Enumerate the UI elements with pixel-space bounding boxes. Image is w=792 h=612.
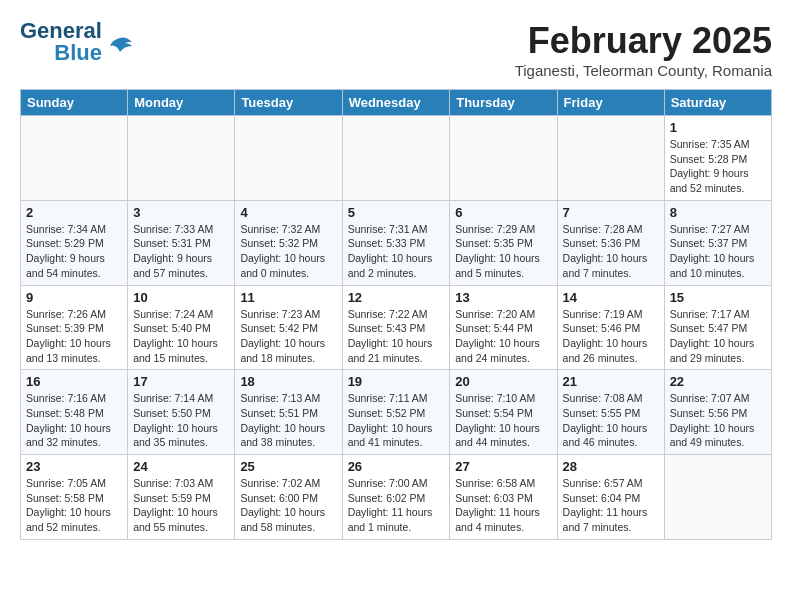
day-info: Sunrise: 6:58 AM Sunset: 6:03 PM Dayligh… [455, 476, 551, 535]
week-row-2: 2Sunrise: 7:34 AM Sunset: 5:29 PM Daylig… [21, 200, 772, 285]
day-info: Sunrise: 7:02 AM Sunset: 6:00 PM Dayligh… [240, 476, 336, 535]
calendar-cell: 9Sunrise: 7:26 AM Sunset: 5:39 PM Daylig… [21, 285, 128, 370]
calendar-cell: 7Sunrise: 7:28 AM Sunset: 5:36 PM Daylig… [557, 200, 664, 285]
weekday-header-monday: Monday [128, 90, 235, 116]
day-number: 6 [455, 205, 551, 220]
calendar-cell: 5Sunrise: 7:31 AM Sunset: 5:33 PM Daylig… [342, 200, 450, 285]
day-info: Sunrise: 7:33 AM Sunset: 5:31 PM Dayligh… [133, 222, 229, 281]
logo-blue: Blue [54, 42, 102, 64]
day-number: 7 [563, 205, 659, 220]
calendar-cell [342, 116, 450, 201]
day-number: 1 [670, 120, 766, 135]
day-info: Sunrise: 7:13 AM Sunset: 5:51 PM Dayligh… [240, 391, 336, 450]
page-header: General Blue February 2025 Tiganesti, Te… [20, 20, 772, 79]
weekday-header-thursday: Thursday [450, 90, 557, 116]
day-info: Sunrise: 7:32 AM Sunset: 5:32 PM Dayligh… [240, 222, 336, 281]
weekday-header-sunday: Sunday [21, 90, 128, 116]
week-row-4: 16Sunrise: 7:16 AM Sunset: 5:48 PM Dayli… [21, 370, 772, 455]
week-row-3: 9Sunrise: 7:26 AM Sunset: 5:39 PM Daylig… [21, 285, 772, 370]
day-number: 28 [563, 459, 659, 474]
calendar-cell: 28Sunrise: 6:57 AM Sunset: 6:04 PM Dayli… [557, 455, 664, 540]
calendar-cell: 16Sunrise: 7:16 AM Sunset: 5:48 PM Dayli… [21, 370, 128, 455]
calendar-cell: 1Sunrise: 7:35 AM Sunset: 5:28 PM Daylig… [664, 116, 771, 201]
calendar-cell: 12Sunrise: 7:22 AM Sunset: 5:43 PM Dayli… [342, 285, 450, 370]
day-info: Sunrise: 7:31 AM Sunset: 5:33 PM Dayligh… [348, 222, 445, 281]
day-number: 5 [348, 205, 445, 220]
calendar-cell [235, 116, 342, 201]
day-number: 20 [455, 374, 551, 389]
day-info: Sunrise: 7:26 AM Sunset: 5:39 PM Dayligh… [26, 307, 122, 366]
day-info: Sunrise: 7:19 AM Sunset: 5:46 PM Dayligh… [563, 307, 659, 366]
weekday-header-friday: Friday [557, 90, 664, 116]
day-info: Sunrise: 7:34 AM Sunset: 5:29 PM Dayligh… [26, 222, 122, 281]
calendar-cell: 26Sunrise: 7:00 AM Sunset: 6:02 PM Dayli… [342, 455, 450, 540]
day-number: 4 [240, 205, 336, 220]
day-info: Sunrise: 7:23 AM Sunset: 5:42 PM Dayligh… [240, 307, 336, 366]
calendar-cell: 4Sunrise: 7:32 AM Sunset: 5:32 PM Daylig… [235, 200, 342, 285]
calendar-cell: 15Sunrise: 7:17 AM Sunset: 5:47 PM Dayli… [664, 285, 771, 370]
logo-general: General [20, 20, 102, 42]
calendar-cell: 13Sunrise: 7:20 AM Sunset: 5:44 PM Dayli… [450, 285, 557, 370]
calendar-cell: 6Sunrise: 7:29 AM Sunset: 5:35 PM Daylig… [450, 200, 557, 285]
calendar-cell: 2Sunrise: 7:34 AM Sunset: 5:29 PM Daylig… [21, 200, 128, 285]
day-info: Sunrise: 7:27 AM Sunset: 5:37 PM Dayligh… [670, 222, 766, 281]
calendar-cell: 10Sunrise: 7:24 AM Sunset: 5:40 PM Dayli… [128, 285, 235, 370]
day-number: 15 [670, 290, 766, 305]
day-number: 26 [348, 459, 445, 474]
week-row-5: 23Sunrise: 7:05 AM Sunset: 5:58 PM Dayli… [21, 455, 772, 540]
day-number: 10 [133, 290, 229, 305]
day-number: 11 [240, 290, 336, 305]
logo-bird-icon [106, 34, 134, 62]
day-info: Sunrise: 7:10 AM Sunset: 5:54 PM Dayligh… [455, 391, 551, 450]
day-number: 16 [26, 374, 122, 389]
weekday-header-saturday: Saturday [664, 90, 771, 116]
day-number: 8 [670, 205, 766, 220]
day-number: 25 [240, 459, 336, 474]
calendar-cell: 14Sunrise: 7:19 AM Sunset: 5:46 PM Dayli… [557, 285, 664, 370]
weekday-header-tuesday: Tuesday [235, 90, 342, 116]
day-info: Sunrise: 7:03 AM Sunset: 5:59 PM Dayligh… [133, 476, 229, 535]
calendar-cell: 23Sunrise: 7:05 AM Sunset: 5:58 PM Dayli… [21, 455, 128, 540]
day-number: 24 [133, 459, 229, 474]
day-number: 2 [26, 205, 122, 220]
day-number: 27 [455, 459, 551, 474]
day-info: Sunrise: 7:14 AM Sunset: 5:50 PM Dayligh… [133, 391, 229, 450]
day-number: 18 [240, 374, 336, 389]
calendar-cell [664, 455, 771, 540]
calendar-cell: 21Sunrise: 7:08 AM Sunset: 5:55 PM Dayli… [557, 370, 664, 455]
calendar-cell: 24Sunrise: 7:03 AM Sunset: 5:59 PM Dayli… [128, 455, 235, 540]
calendar-cell: 11Sunrise: 7:23 AM Sunset: 5:42 PM Dayli… [235, 285, 342, 370]
day-number: 9 [26, 290, 122, 305]
calendar-cell: 25Sunrise: 7:02 AM Sunset: 6:00 PM Dayli… [235, 455, 342, 540]
calendar-cell: 3Sunrise: 7:33 AM Sunset: 5:31 PM Daylig… [128, 200, 235, 285]
day-info: Sunrise: 7:20 AM Sunset: 5:44 PM Dayligh… [455, 307, 551, 366]
weekday-header-row: SundayMondayTuesdayWednesdayThursdayFrid… [21, 90, 772, 116]
day-info: Sunrise: 7:16 AM Sunset: 5:48 PM Dayligh… [26, 391, 122, 450]
day-info: Sunrise: 6:57 AM Sunset: 6:04 PM Dayligh… [563, 476, 659, 535]
title-block: February 2025 Tiganesti, Teleorman Count… [515, 20, 772, 79]
month-title: February 2025 [515, 20, 772, 62]
week-row-1: 1Sunrise: 7:35 AM Sunset: 5:28 PM Daylig… [21, 116, 772, 201]
calendar-cell [21, 116, 128, 201]
calendar-cell: 18Sunrise: 7:13 AM Sunset: 5:51 PM Dayli… [235, 370, 342, 455]
calendar-cell: 20Sunrise: 7:10 AM Sunset: 5:54 PM Dayli… [450, 370, 557, 455]
day-info: Sunrise: 7:08 AM Sunset: 5:55 PM Dayligh… [563, 391, 659, 450]
location-text: Tiganesti, Teleorman County, Romania [515, 62, 772, 79]
day-info: Sunrise: 7:05 AM Sunset: 5:58 PM Dayligh… [26, 476, 122, 535]
calendar-cell: 27Sunrise: 6:58 AM Sunset: 6:03 PM Dayli… [450, 455, 557, 540]
day-number: 14 [563, 290, 659, 305]
day-number: 12 [348, 290, 445, 305]
day-info: Sunrise: 7:35 AM Sunset: 5:28 PM Dayligh… [670, 137, 766, 196]
day-number: 23 [26, 459, 122, 474]
calendar-cell: 22Sunrise: 7:07 AM Sunset: 5:56 PM Dayli… [664, 370, 771, 455]
calendar-cell: 17Sunrise: 7:14 AM Sunset: 5:50 PM Dayli… [128, 370, 235, 455]
weekday-header-wednesday: Wednesday [342, 90, 450, 116]
day-info: Sunrise: 7:17 AM Sunset: 5:47 PM Dayligh… [670, 307, 766, 366]
day-number: 3 [133, 205, 229, 220]
day-info: Sunrise: 7:28 AM Sunset: 5:36 PM Dayligh… [563, 222, 659, 281]
day-number: 19 [348, 374, 445, 389]
calendar-cell [450, 116, 557, 201]
day-number: 22 [670, 374, 766, 389]
day-info: Sunrise: 7:11 AM Sunset: 5:52 PM Dayligh… [348, 391, 445, 450]
day-number: 21 [563, 374, 659, 389]
